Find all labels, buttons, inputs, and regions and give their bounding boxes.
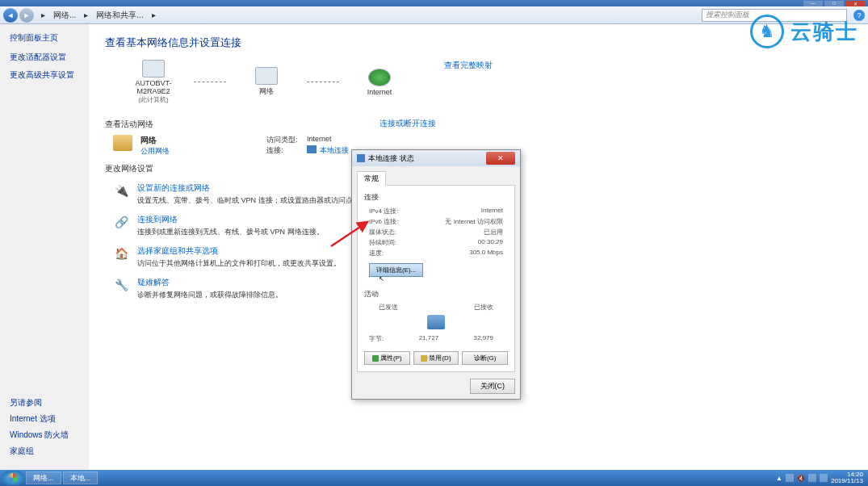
troubleshoot-link[interactable]: 疑难解答 — [137, 277, 283, 288]
taskbar-item[interactable]: 本地... — [63, 471, 99, 484]
disable-button[interactable]: 禁用(D) — [413, 351, 459, 365]
watermark: ♞ 云骑士 — [750, 15, 858, 48]
properties-button[interactable]: 属性(P) — [364, 351, 410, 365]
window-titlebar: — □ ✕ — [0, 0, 868, 6]
sidebar-link-sharing[interactable]: 更改高级共享设置 — [10, 69, 79, 81]
dialog-close-footer-button[interactable]: 关闭(C) — [470, 379, 516, 394]
network-icon — [255, 67, 278, 85]
status-dialog: 本地连接 状态 ✕ 常规 连接 IPv4 连接:Internet IPv6 连接… — [351, 149, 521, 400]
connect-disconnect-link[interactable]: 连接或断开连接 — [379, 118, 436, 129]
sidebar-link-firewall[interactable]: Windows 防火墙 — [10, 429, 69, 441]
connect-network-link[interactable]: 连接到网络 — [137, 214, 324, 225]
sidebar-link-homegroup[interactable]: 家庭组 — [10, 446, 69, 457]
shield-icon — [421, 355, 427, 362]
close-button[interactable]: ✕ — [845, 1, 865, 6]
details-button[interactable]: 详细信息(E)... — [369, 263, 423, 277]
activity-monitor-icon — [427, 315, 445, 329]
page-title: 查看基本网络信息并设置连接 — [105, 36, 852, 50]
dialog-title-text: 本地连接 状态 — [368, 153, 414, 164]
new-connection-link[interactable]: 设置新的连接或网络 — [137, 182, 360, 194]
taskbar[interactable]: 网络... 本地... ▲ 🔇 14:20 2019/11/13 — [0, 470, 868, 486]
maximize-button[interactable]: □ — [824, 1, 844, 6]
dialog-icon — [357, 154, 365, 162]
activity-section-label: 活动 — [364, 289, 508, 300]
full-map-link[interactable]: 查看完整映射 — [444, 60, 493, 71]
minimize-button[interactable]: — — [803, 1, 823, 6]
breadcrumb[interactable]: ▸ 网络... ▸ 网络和共享... ▸ — [39, 9, 158, 22]
globe-icon — [368, 69, 391, 86]
nav-back-button[interactable]: ◄ — [3, 8, 18, 23]
connect-network-icon: 🔗 — [113, 214, 129, 230]
active-network-label: 查看活动网络 — [105, 119, 153, 130]
watermark-logo-icon: ♞ — [750, 15, 784, 48]
dialog-tab-general[interactable]: 常规 — [357, 171, 386, 186]
tray-date: 2019/11/13 — [831, 478, 863, 484]
connection-section-label: 连接 — [364, 192, 508, 203]
sidebar-link-adapter[interactable]: 更改适配器设置 — [10, 52, 79, 63]
system-tray[interactable]: ▲ 🔇 14:20 2019/11/13 — [776, 471, 866, 484]
network-map: AUTOBVT-M2RA9E2 (此计算机) 网络 Internet — [121, 60, 412, 104]
shield-icon — [372, 355, 379, 362]
breadcrumb-item[interactable]: 网络和共享... — [94, 9, 145, 22]
sidebar-title: 控制面板主页 — [10, 32, 79, 44]
new-connection-icon: 🔌 — [113, 182, 129, 199]
sidebar: 控制面板主页 更改适配器设置 更改高级共享设置 另请参阅 Internet 选项… — [0, 24, 89, 470]
homegroup-icon: 🏠 — [113, 245, 129, 262]
breadcrumb-item[interactable]: 网络... — [51, 9, 78, 22]
nav-forward-button[interactable]: ► — [19, 8, 34, 23]
homegroup-link[interactable]: 选择家庭组和共享选项 — [137, 245, 341, 257]
network-name: 网络 — [140, 135, 170, 146]
tray-icon[interactable] — [808, 474, 816, 482]
network-type-link[interactable]: 公用网络 — [140, 146, 170, 157]
taskbar-item[interactable]: 网络... — [26, 471, 61, 484]
navigation-bar: ◄ ► ▸ 网络... ▸ 网络和共享... ▸ 搜索控制面板 ? — [0, 6, 868, 24]
computer-icon — [142, 60, 165, 78]
diagnose-button[interactable]: 诊断(G) — [462, 351, 508, 365]
sidebar-link-internet[interactable]: Internet 选项 — [10, 413, 69, 425]
connection-icon — [307, 145, 317, 153]
tray-icon[interactable] — [786, 474, 794, 482]
connection-link[interactable]: 本地连接 — [320, 145, 349, 156]
start-button[interactable] — [2, 471, 24, 485]
network-bench-icon — [113, 135, 132, 151]
dialog-titlebar[interactable]: 本地连接 状态 ✕ — [352, 150, 520, 166]
sidebar-bottom-title: 另请参阅 — [10, 397, 69, 408]
tray-icon[interactable] — [820, 474, 828, 482]
watermark-text: 云骑士 — [790, 18, 858, 46]
dialog-close-button[interactable]: ✕ — [486, 152, 515, 165]
troubleshoot-icon: 🔧 — [113, 277, 129, 293]
